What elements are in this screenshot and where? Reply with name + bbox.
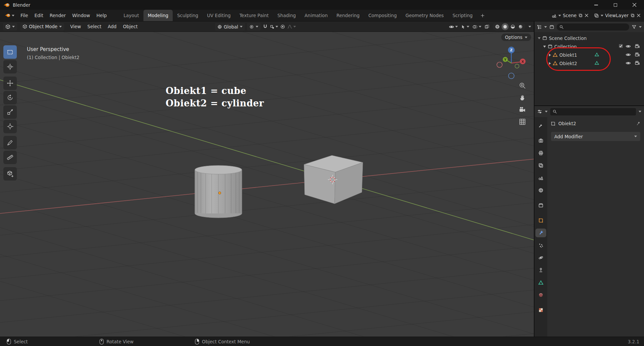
tab-modeling[interactable]: Modeling (143, 10, 173, 21)
close-button[interactable] (625, 0, 644, 10)
menu-edit[interactable]: Edit (32, 11, 46, 19)
menu-add[interactable]: Add (105, 23, 120, 30)
tab-texture-paint[interactable]: Texture Paint (235, 10, 273, 21)
props-tab-texture[interactable] (535, 306, 546, 314)
pin-icon[interactable] (636, 121, 641, 126)
xray-toggle[interactable] (484, 24, 489, 29)
filter-funnel-icon[interactable] (632, 24, 637, 30)
snap-target-dropdown[interactable] (270, 24, 278, 29)
disclosure-triangle-icon[interactable] (549, 54, 551, 56)
tool-rotate[interactable] (3, 91, 17, 104)
tool-measure[interactable] (3, 151, 17, 164)
menu-select[interactable]: Select (84, 23, 104, 30)
tab-sculpting[interactable]: Sculpting (173, 10, 203, 21)
shading-wireframe-button[interactable] (494, 23, 501, 30)
object-visibility-dropdown[interactable] (449, 24, 458, 30)
menu-file[interactable]: File (17, 11, 31, 19)
tab-scripting[interactable]: Scripting (448, 10, 477, 21)
disable-render-camera-icon[interactable] (635, 60, 640, 66)
tab-compositing[interactable]: Compositing (364, 10, 401, 21)
navigation-gizmo[interactable]: Z X Y (493, 44, 530, 81)
mode-dropdown[interactable]: Object Mode (20, 23, 64, 31)
display-mode-icon[interactable] (549, 24, 554, 30)
props-tab-physics[interactable] (535, 253, 546, 262)
chevron-down-icon[interactable] (544, 26, 547, 28)
props-tab-tool[interactable] (535, 121, 546, 130)
tool-annotate[interactable] (3, 136, 17, 149)
outliner-row-obiekt1[interactable]: Obiekt1 (534, 51, 644, 59)
duplicate-icon[interactable] (630, 13, 635, 18)
tool-scale[interactable] (3, 105, 17, 119)
props-tab-scene[interactable] (535, 174, 546, 182)
maximize-button[interactable] (606, 0, 625, 10)
props-tab-object[interactable] (535, 216, 546, 225)
unlink-icon[interactable] (585, 13, 589, 17)
overlays-dropdown[interactable] (472, 24, 481, 30)
gizmos-dropdown[interactable] (461, 24, 469, 29)
mesh-data-icon[interactable] (594, 60, 599, 65)
shading-solid-button[interactable] (502, 23, 509, 30)
chevron-down-icon[interactable] (639, 26, 642, 28)
props-tab-data[interactable] (535, 278, 546, 287)
scene-selector[interactable]: Scene (552, 13, 589, 18)
disable-render-camera-icon[interactable] (635, 52, 640, 57)
add-modifier-button[interactable]: Add Modifier (551, 132, 640, 141)
minimize-button[interactable] (587, 0, 606, 10)
exclude-checkbox[interactable] (618, 44, 623, 48)
hide-eye-icon[interactable] (626, 44, 631, 49)
tool-move[interactable] (3, 77, 17, 90)
props-tab-view-layer[interactable] (535, 161, 546, 170)
outliner-row-scene-collection[interactable]: Scene Collection (534, 34, 644, 42)
mesh-data-icon[interactable] (594, 52, 599, 57)
pan-hand-icon[interactable] (519, 94, 526, 101)
outliner-row-obiekt2[interactable]: Obiekt2 (534, 59, 644, 67)
shading-options-chevron-icon[interactable] (528, 26, 531, 28)
props-tab-collection[interactable] (535, 201, 546, 210)
blender-menu-button[interactable] (2, 13, 17, 17)
tool-add-cube[interactable] (3, 167, 17, 181)
properties-editor-icon[interactable] (537, 109, 542, 114)
props-tab-constraints[interactable] (535, 266, 546, 275)
tool-transform[interactable] (3, 120, 17, 133)
tab-uv-editing[interactable]: UV Editing (203, 10, 235, 21)
properties-search-input[interactable] (550, 108, 636, 115)
tab-animation[interactable]: Animation (300, 10, 332, 21)
toggle-grid-icon[interactable] (519, 118, 526, 126)
outliner-editor-icon[interactable] (537, 24, 542, 30)
camera-view-icon[interactable] (519, 106, 526, 113)
shading-rendered-button[interactable] (517, 23, 524, 30)
snap-toggle[interactable] (263, 24, 268, 29)
shading-material-button[interactable] (509, 23, 516, 30)
chevron-down-icon[interactable] (545, 111, 548, 112)
outliner-row-collection[interactable]: Collection (534, 42, 644, 51)
props-tab-material[interactable] (535, 291, 546, 299)
pivot-point-dropdown[interactable] (247, 23, 261, 31)
add-workspace-button[interactable] (477, 10, 488, 21)
menu-view[interactable]: View (67, 23, 84, 30)
disclosure-triangle-icon[interactable] (543, 46, 546, 48)
duplicate-icon[interactable] (578, 13, 583, 18)
props-tab-world[interactable] (535, 186, 546, 195)
viewport-3d[interactable]: Object Mode View Select Add Object (0, 21, 534, 337)
menu-render[interactable]: Render (47, 11, 69, 19)
tab-layout[interactable]: Layout (119, 10, 143, 21)
editor-type-button[interactable] (3, 23, 17, 31)
options-dropdown[interactable]: Options (501, 34, 531, 41)
disclosure-triangle-icon[interactable] (538, 37, 541, 39)
tab-shading[interactable]: Shading (273, 10, 300, 21)
hide-eye-icon[interactable] (626, 60, 631, 66)
proportional-editing-toggle[interactable] (280, 24, 285, 29)
viewport-canvas[interactable] (0, 32, 534, 337)
menu-object[interactable]: Object (120, 23, 141, 30)
menu-help[interactable]: Help (93, 11, 110, 19)
props-tab-render[interactable] (535, 136, 546, 145)
disclosure-triangle-icon[interactable] (549, 62, 551, 65)
disable-render-camera-icon[interactable] (635, 44, 640, 49)
hide-eye-icon[interactable] (626, 52, 631, 57)
outliner-search-input[interactable] (557, 23, 629, 31)
properties-options-chevron-icon[interactable] (639, 111, 641, 112)
zoom-icon[interactable] (519, 82, 526, 89)
tool-cursor[interactable] (3, 60, 17, 73)
proportional-falloff-dropdown[interactable] (287, 24, 296, 29)
transform-orientation-dropdown[interactable]: Global (215, 23, 245, 31)
